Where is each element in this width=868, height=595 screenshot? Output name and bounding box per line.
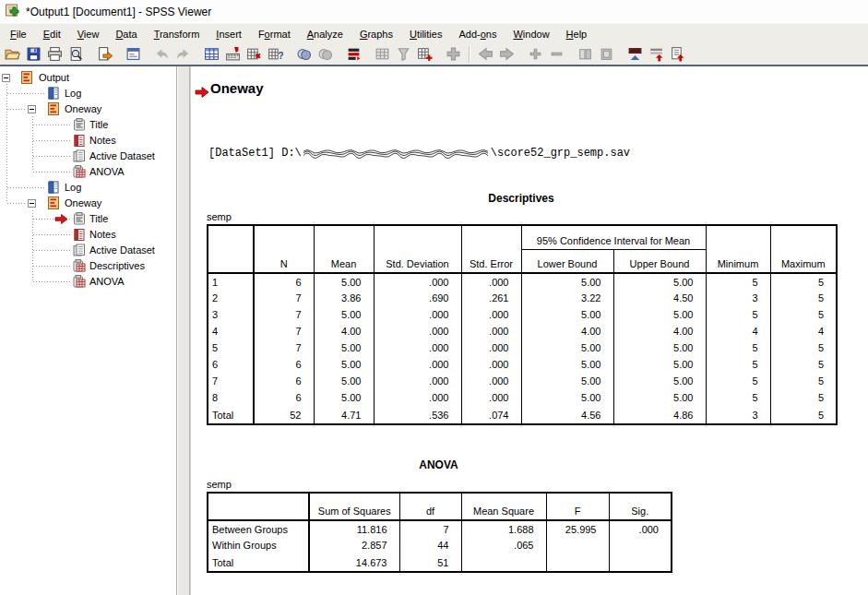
demote-outline-button[interactable] (496, 44, 517, 65)
print-button[interactable] (44, 44, 65, 65)
save-file-icon (26, 46, 42, 62)
tree-item-descriptives[interactable]: Descriptives (0, 258, 176, 274)
tree-item-anova[interactable]: ANOVA (0, 274, 176, 290)
redo-button[interactable] (172, 44, 194, 65)
toolbar-separator (469, 46, 470, 63)
menu-edit[interactable]: Edit (35, 26, 69, 42)
table-cell: 7 (254, 306, 314, 323)
window-title: *Output1 [Document1] - SPSS Viewer (26, 6, 211, 18)
tree-item-notes[interactable]: Notes (0, 133, 176, 149)
table-cell: 4.00 (314, 323, 374, 339)
expand-outline-button[interactable] (525, 44, 546, 65)
find-button[interactable] (293, 44, 315, 65)
menu-utilities[interactable]: Utilities (401, 26, 450, 42)
demote-outline-icon (499, 46, 515, 62)
goto-case-button[interactable] (222, 44, 244, 65)
run-script-button[interactable] (343, 44, 364, 65)
menu-add-ons[interactable]: Add-ons (450, 26, 505, 42)
insert-text-icon (670, 46, 685, 62)
tree-item-label: Oneway (65, 197, 101, 208)
table-cell: .000 (609, 520, 672, 537)
table-row: Within Groups2.85744.065 (208, 537, 672, 553)
variables-icon: ? (268, 46, 283, 62)
recall-dialogs-button[interactable] (123, 44, 144, 65)
menu-view[interactable]: View (69, 26, 108, 42)
menu-window[interactable]: Window (505, 26, 557, 42)
tree-item-anova[interactable]: ANOVA (0, 164, 176, 180)
table-cell: .000 (374, 306, 461, 323)
anova-table[interactable]: Sum of SquaresdfMean SquareFSig.Between … (207, 492, 672, 573)
column-header: Std. Deviation (374, 225, 461, 273)
menu-graphs[interactable]: Graphs (351, 26, 401, 42)
collapse-outline-button[interactable] (546, 44, 567, 65)
insert-variables-button[interactable] (244, 44, 265, 65)
table-cell: .000 (374, 323, 461, 339)
column-header: Sig. (609, 493, 672, 520)
open-file-button[interactable] (2, 44, 23, 65)
export-output-button[interactable] (94, 44, 115, 65)
promote-outline-icon (478, 46, 493, 62)
tree-item-notes[interactable]: Notes (0, 227, 176, 243)
table-cell (546, 553, 609, 572)
tree-item-oneway[interactable]: Oneway (0, 101, 176, 117)
tree-item-label: Oneway (65, 103, 101, 114)
print-preview-button[interactable] (65, 44, 87, 65)
menu-insert[interactable]: Insert (208, 26, 250, 42)
table-cell: 7 (399, 520, 461, 537)
variables-button[interactable]: ? (265, 44, 286, 65)
show-items-button[interactable] (575, 44, 596, 65)
descriptives-table[interactable]: NMeanStd. DeviationStd. Error95% Confide… (207, 224, 838, 425)
menu-transform[interactable]: Transform (146, 26, 208, 42)
table-cell: 5 (770, 339, 837, 356)
table-cell: .000 (374, 373, 461, 389)
table-cell: .000 (461, 339, 521, 356)
descriptives-variable-label: semp (207, 211, 232, 222)
tree-expander-minus[interactable] (28, 199, 36, 208)
print-icon (47, 46, 63, 62)
table-cell: 4.00 (521, 323, 613, 339)
menu-analyze[interactable]: Analyze (299, 26, 351, 42)
tree-item-log[interactable]: Log (0, 86, 176, 101)
tree-expander-minus[interactable] (28, 105, 36, 113)
table-cell: 3 (706, 406, 770, 424)
row-label: Within Groups (208, 537, 309, 553)
hide-items-button[interactable] (596, 44, 617, 65)
table-cell: 5.00 (613, 356, 706, 373)
tree-item-title[interactable]: Title (0, 117, 176, 133)
menu-help[interactable]: Help (558, 26, 596, 42)
panel-splitter[interactable] (177, 66, 190, 595)
table-cell: .000 (461, 273, 521, 290)
menu-file[interactable]: File (2, 26, 35, 42)
tree-item-oneway[interactable]: Oneway (0, 196, 176, 211)
save-file-button[interactable] (23, 44, 44, 65)
undo-icon (154, 46, 170, 62)
tree-item-active-dataset[interactable]: Active Dataset (0, 243, 176, 258)
row-label: 6 (208, 356, 254, 373)
insert-text-button[interactable] (667, 44, 688, 65)
row-label: Total (208, 553, 309, 572)
select-items-button[interactable] (315, 44, 336, 65)
select-cases-button[interactable] (393, 44, 414, 65)
tree-item-log[interactable]: Log (0, 180, 176, 196)
table-cell: .000 (374, 389, 461, 406)
insert-heading-button[interactable] (624, 44, 646, 65)
table-cell: 5.00 (521, 356, 613, 373)
insert-cases-button[interactable] (414, 44, 435, 65)
menu-format[interactable]: Format (250, 26, 299, 42)
tree-item-active-dataset[interactable]: Active Dataset (0, 149, 176, 164)
undo-button[interactable] (151, 44, 172, 65)
insert-title-button[interactable] (646, 44, 667, 65)
goto-data-button[interactable] (201, 44, 222, 65)
tree-item-title[interactable]: Title (0, 211, 176, 227)
designate-window-button[interactable] (443, 44, 464, 65)
promote-outline-button[interactable] (475, 44, 496, 65)
table-cell (609, 553, 672, 572)
table-cell: .000 (461, 323, 521, 339)
retrieve-button[interactable] (372, 44, 393, 65)
table-cell: 6 (254, 389, 314, 406)
menu-data[interactable]: Data (107, 26, 145, 42)
toolbar: ? (0, 43, 868, 66)
tree-item-output[interactable]: Output (0, 70, 176, 86)
table-cell: 5.00 (521, 273, 613, 290)
tree-expander-minus[interactable] (2, 74, 10, 82)
